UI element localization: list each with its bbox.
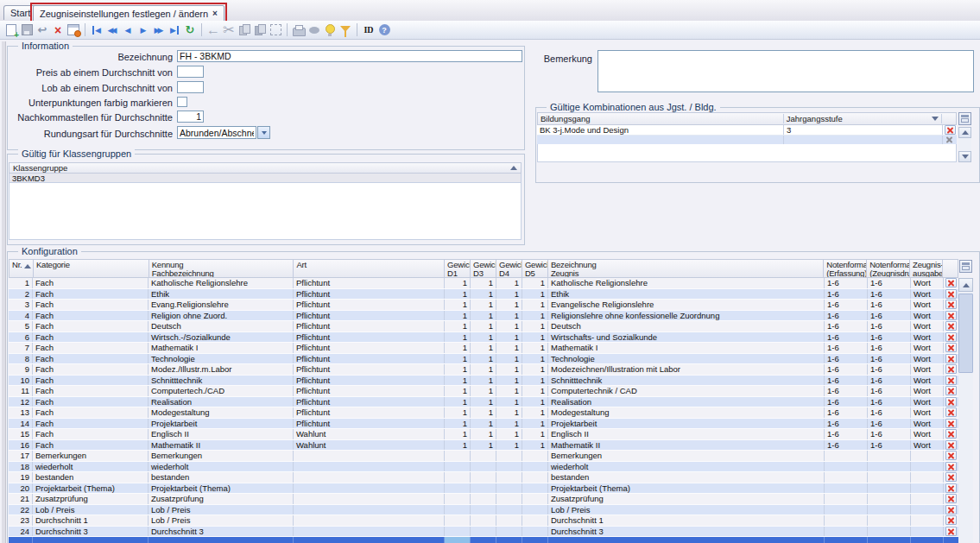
cell[interactable]: 1 bbox=[445, 429, 471, 439]
konfiguration-header-gewicht[interactable]: GewichtD3 bbox=[471, 260, 496, 277]
table-row[interactable]: 3FachEvang.ReligionslehrePflichtunt1111E… bbox=[9, 300, 958, 311]
delete-row-button[interactable] bbox=[945, 515, 957, 525]
cell[interactable]: Fach bbox=[33, 343, 149, 353]
cell[interactable]: 1 bbox=[445, 354, 471, 364]
cell[interactable] bbox=[522, 483, 548, 494]
cell[interactable]: Religionslehre ohne konfessionelle Zuord… bbox=[548, 311, 825, 321]
tab-zeugniseinstellungen[interactable]: Zeugniseinstellungen festlegen / ändern … bbox=[33, 5, 224, 22]
delete-row-button[interactable] bbox=[945, 451, 957, 460]
cell[interactable]: Pflichtunt bbox=[294, 332, 445, 343]
cell[interactable]: 4 bbox=[9, 311, 33, 321]
cell[interactable]: 1 bbox=[445, 386, 471, 396]
cell[interactable]: 1-6 bbox=[825, 300, 868, 310]
cell[interactable]: 1 bbox=[522, 289, 548, 300]
delete-row-button[interactable] bbox=[945, 494, 957, 503]
cell[interactable]: 13 bbox=[9, 407, 33, 418]
cell[interactable] bbox=[445, 527, 471, 537]
fast-backward-button[interactable]: ◀◀ bbox=[104, 22, 120, 38]
cell[interactable]: 1 bbox=[471, 376, 496, 386]
delete-row-button[interactable] bbox=[945, 440, 957, 450]
cell[interactable]: Wort bbox=[911, 364, 944, 375]
cell[interactable] bbox=[825, 462, 868, 472]
cell[interactable]: 1-6 bbox=[825, 364, 868, 375]
cell[interactable] bbox=[294, 462, 445, 472]
cell[interactable]: Projektarbeit (Thema) bbox=[548, 483, 825, 494]
table-row[interactable]: 1FachKatholische ReligionslehrePflichtun… bbox=[9, 278, 958, 289]
cell[interactable] bbox=[496, 483, 522, 494]
cell[interactable]: Realisation bbox=[548, 397, 825, 407]
cell[interactable]: Katholische Religionslehre bbox=[548, 278, 825, 288]
cell[interactable]: 1 bbox=[445, 407, 471, 418]
rundungsart-dropdown-button[interactable] bbox=[257, 126, 270, 139]
cell[interactable]: 1 bbox=[9, 278, 33, 288]
cell[interactable]: 1-6 bbox=[868, 364, 911, 375]
cell[interactable]: 1 bbox=[496, 429, 522, 439]
cell[interactable]: Durchschnitt 3 bbox=[33, 527, 149, 537]
cell[interactable]: 1 bbox=[522, 440, 548, 451]
cell[interactable]: 1-6 bbox=[868, 376, 911, 386]
back-button[interactable]: ← bbox=[205, 22, 221, 38]
cell[interactable]: Fach bbox=[33, 278, 149, 288]
cell[interactable]: 17 bbox=[9, 451, 33, 461]
konfiguration-header-bezeichnung[interactable]: BezeichnungZeugnis bbox=[548, 260, 824, 277]
cell[interactable]: bestanden bbox=[33, 472, 149, 483]
previous-record-button[interactable]: ◀ bbox=[120, 22, 136, 38]
cell[interactable]: 8 bbox=[9, 354, 33, 364]
cell[interactable]: Wort bbox=[911, 429, 944, 439]
cell[interactable]: Evang.Religionslehre bbox=[149, 300, 294, 310]
cell[interactable]: 1-6 bbox=[825, 440, 868, 451]
cell[interactable]: 1-6 bbox=[868, 354, 911, 364]
cell[interactable]: Pflichtunt bbox=[294, 354, 445, 364]
cell[interactable]: 1 bbox=[496, 321, 522, 331]
cell[interactable] bbox=[868, 527, 911, 537]
delete-row-button[interactable] bbox=[945, 321, 957, 331]
delete-row-button[interactable] bbox=[945, 364, 957, 374]
kombinationen-scroll-track[interactable] bbox=[958, 138, 971, 151]
klassengruppen-header[interactable]: Klassengruppe bbox=[9, 162, 522, 174]
cell[interactable]: Durchschnitt 1 bbox=[548, 515, 825, 526]
table-row[interactable]: 8FachTechnologiePflichtunt1111Technologi… bbox=[9, 354, 958, 365]
konfiguration-header-gewicht[interactable]: GewichtD5 bbox=[522, 260, 548, 277]
delete-row-button[interactable] bbox=[945, 472, 957, 482]
cell[interactable]: 1 bbox=[471, 364, 496, 375]
cell[interactable]: Lob / Preis bbox=[149, 505, 294, 515]
cell[interactable]: 1 bbox=[496, 278, 522, 288]
cell[interactable] bbox=[911, 527, 944, 537]
cell[interactable] bbox=[868, 505, 911, 515]
cell[interactable]: Deutsch bbox=[548, 321, 825, 331]
cell[interactable] bbox=[471, 451, 496, 461]
cell[interactable]: 1 bbox=[471, 278, 496, 288]
select-region-button[interactable] bbox=[268, 22, 283, 38]
cell[interactable]: Lob / Preis bbox=[149, 515, 294, 526]
delete-row-button[interactable] bbox=[945, 505, 957, 515]
cell[interactable] bbox=[522, 462, 548, 472]
cell[interactable]: Projektarbeit (Thema) bbox=[149, 483, 294, 494]
cell[interactable]: Pflichtunt bbox=[294, 300, 445, 310]
cell[interactable]: Pflichtunt bbox=[294, 364, 445, 375]
cell[interactable]: 1 bbox=[496, 300, 522, 310]
last-record-button[interactable]: ▶ bbox=[167, 22, 182, 38]
cell[interactable]: Wort bbox=[911, 440, 944, 451]
table-row[interactable]: 11FachComputertech./CADPflichtunt1111Com… bbox=[9, 386, 958, 397]
cell[interactable]: 19 bbox=[9, 472, 33, 483]
cell[interactable]: Englisch II bbox=[149, 429, 294, 439]
konfiguration-header-nr-[interactable]: Nr. bbox=[9, 260, 34, 277]
cell[interactable]: 1 bbox=[522, 407, 548, 418]
cell[interactable] bbox=[471, 505, 496, 515]
cell[interactable] bbox=[471, 515, 496, 526]
cell[interactable] bbox=[522, 472, 548, 483]
cell[interactable]: 1-6 bbox=[825, 332, 868, 343]
cell[interactable]: Wort bbox=[911, 321, 944, 331]
cell[interactable]: Pflichtunt bbox=[294, 419, 445, 429]
cell[interactable] bbox=[868, 472, 911, 483]
cell[interactable]: Durchschnitt 3 bbox=[149, 527, 294, 537]
cell[interactable]: 1 bbox=[471, 407, 496, 418]
cell[interactable]: 22 bbox=[9, 505, 33, 515]
cell[interactable]: 1 bbox=[496, 419, 522, 429]
cell[interactable]: 1 bbox=[445, 321, 471, 331]
cell[interactable]: Fach bbox=[33, 311, 149, 321]
cell[interactable] bbox=[445, 505, 471, 515]
delete-row-button[interactable] bbox=[945, 397, 957, 407]
cell[interactable]: 1 bbox=[496, 397, 522, 407]
table-row[interactable]: 9FachModez./Illustr.m.LaborPflichtunt111… bbox=[9, 364, 958, 376]
